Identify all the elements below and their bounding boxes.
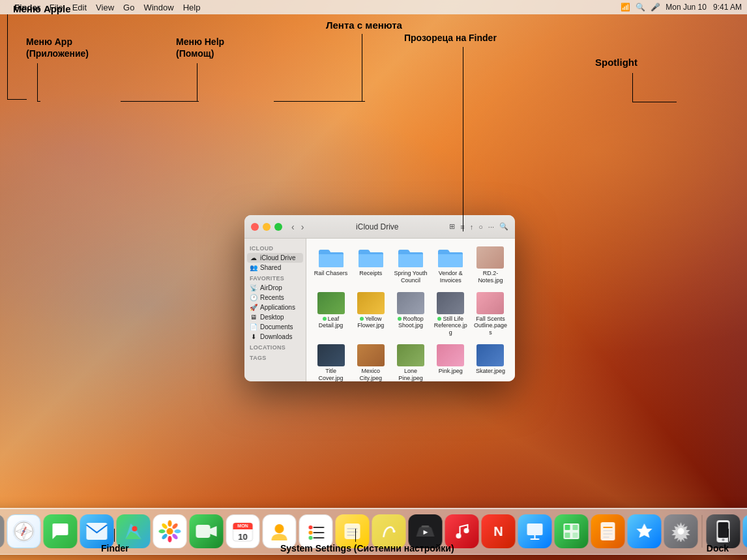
documents-icon: 📄 <box>250 323 257 331</box>
dock-app-notes[interactable] <box>336 514 370 548</box>
file-item-mexico-city[interactable]: Mexico City.jpeg <box>351 342 390 381</box>
sidebar-section-tags: Tags <box>244 352 306 362</box>
line-apple-menu <box>7 14 8 99</box>
menubar-file[interactable]: File <box>50 3 63 12</box>
dock-app-system-settings[interactable] <box>664 514 698 548</box>
image-thumbnail-skater <box>476 344 504 366</box>
svg-rect-59 <box>565 533 570 538</box>
list-view-btn[interactable]: ≡ <box>460 223 464 231</box>
line-menu-bar-h <box>274 101 365 102</box>
file-item-pink[interactable]: Pink.jpeg <box>432 342 470 381</box>
dock-app-facetime[interactable] <box>190 514 224 548</box>
sidebar-item-icloud-drive[interactable]: ☁ iCloud Drive <box>247 253 303 263</box>
menubar-finder[interactable]: Finder <box>14 3 40 12</box>
dock-app-reminders[interactable] <box>299 514 333 548</box>
dock-app-maps[interactable] <box>117 514 151 548</box>
file-item-receipts[interactable]: Receipts <box>351 244 390 287</box>
file-item-still-life[interactable]: Still Life Reference.jpg <box>432 289 470 339</box>
dock-app-freeform[interactable] <box>372 514 406 548</box>
svg-point-37 <box>309 525 313 529</box>
dock-app-iphone-mirroring[interactable] <box>707 514 740 548</box>
dock-app-news[interactable]: N <box>482 514 516 548</box>
file-name-title-cover: Title Cover.jpg <box>313 368 349 381</box>
forward-button[interactable]: › <box>300 222 306 232</box>
dock-app-iphone-circle[interactable] <box>743 514 748 548</box>
dock-app-appletv[interactable]: ▶ <box>409 514 443 548</box>
file-item-yellow-flower[interactable]: Yellow Flower.jpg <box>351 289 390 339</box>
more-btn[interactable]: ··· <box>488 223 494 231</box>
sidebar-downloads-label: Downloads <box>260 333 292 340</box>
dock-app-keynote[interactable] <box>518 514 552 548</box>
svg-rect-43 <box>345 523 360 539</box>
file-item-leaf-detail[interactable]: Leaf Detail.jpg <box>312 289 350 339</box>
file-name-vendor: Vendor & Invoices <box>433 270 469 284</box>
menubar-window[interactable]: Window <box>143 3 173 12</box>
view-icon-btn[interactable]: ⊞ <box>449 222 455 231</box>
finder-toolbar: ‹ › iCloud Drive ⊞ ≡ ↑ ○ ··· 🔍 <box>290 222 508 232</box>
annotation-spotlight: Spotlight <box>595 57 637 68</box>
file-name-still-life: Still Life Reference.jpg <box>433 316 469 336</box>
dock-app-pages[interactable] <box>591 514 625 548</box>
sidebar-item-airdrop[interactable]: 📡 AirDrop <box>244 283 306 293</box>
image-thumbnail-still-life <box>437 292 464 314</box>
traffic-lights <box>251 223 282 231</box>
file-item-vendor[interactable]: Vendor & Invoices <box>432 244 470 287</box>
dock-app-calendar[interactable]: 10 MON <box>226 514 260 548</box>
file-item-skater[interactable]: Skater.jpeg <box>471 342 510 381</box>
close-button[interactable] <box>251 223 259 231</box>
sidebar-desktop-label: Desktop <box>260 314 284 321</box>
file-item-rail-chasers[interactable]: Rail Chasers <box>312 244 350 287</box>
sidebar-item-recents[interactable]: 🕐 Recents <box>244 293 306 302</box>
file-item-spring-youth[interactable]: Spring Youth Council <box>391 244 430 287</box>
file-item-rooftop[interactable]: Rooftop Shoot.jpg <box>391 289 430 339</box>
dock-app-music[interactable] <box>445 514 479 548</box>
dock-app-appstore[interactable] <box>628 514 662 548</box>
file-name-fall-scents: Fall Scents Outline.pages <box>473 316 508 336</box>
spotlight-icon[interactable]: 🔍 <box>636 3 645 12</box>
dock-app-launchpad[interactable]: ⊞ <box>0 514 5 548</box>
sidebar-item-desktop[interactable]: 🖥 Desktop <box>244 312 306 322</box>
search-btn[interactable]: 🔍 <box>499 222 508 231</box>
notes-icon <box>342 521 363 542</box>
sidebar-recents-label: Recents <box>260 294 284 301</box>
maximize-button[interactable] <box>274 223 282 231</box>
dock-app-messages[interactable] <box>44 514 78 548</box>
sidebar-item-downloads[interactable]: ⬇ Downloads <box>244 332 306 342</box>
annotation-app-menu: Меню App(Приложение) <box>26 36 89 59</box>
siri-icon[interactable]: 🎤 <box>651 3 660 12</box>
menubar-help[interactable]: Help <box>183 3 201 12</box>
shared-icon: 👥 <box>250 264 257 271</box>
dock-app-safari[interactable] <box>7 514 41 548</box>
svg-text:N: N <box>493 524 503 538</box>
recents-icon: 🕐 <box>250 294 257 301</box>
menubar-view[interactable]: View <box>96 3 114 12</box>
minimize-button[interactable] <box>263 223 271 231</box>
menubar-go[interactable]: Go <box>123 3 134 12</box>
music-icon <box>452 522 472 541</box>
facetime-icon <box>196 522 218 540</box>
sidebar-item-shared[interactable]: 👥 Shared <box>244 263 306 273</box>
share-btn[interactable]: ↑ <box>470 223 474 231</box>
svg-rect-68 <box>718 522 729 538</box>
wifi-icon[interactable]: 📶 <box>621 3 630 12</box>
tag-btn[interactable]: ○ <box>478 223 483 231</box>
finder-window: ‹ › iCloud Drive ⊞ ≡ ↑ ○ ··· 🔍 iCloud ☁ <box>244 215 515 381</box>
menubar-edit[interactable]: Edit <box>72 3 87 12</box>
dock-app-photos[interactable] <box>153 514 187 548</box>
sidebar-item-applications[interactable]: 🚀 Applications <box>244 302 306 312</box>
file-item-lone-pine[interactable]: Lone Pine.jpeg <box>391 342 430 381</box>
freeform-icon <box>379 521 400 542</box>
svg-rect-48 <box>422 525 430 527</box>
dock-app-mail[interactable] <box>80 514 114 548</box>
back-button[interactable]: ‹ <box>290 222 296 232</box>
file-item-rd2-notes[interactable]: RD.2-Notes.jpg <box>471 244 510 287</box>
pages-icon <box>598 521 619 542</box>
file-name-yellow-flower: Yellow Flower.jpg <box>353 316 388 330</box>
dock-app-numbers[interactable] <box>555 514 589 548</box>
file-item-title-cover[interactable]: Title Cover.jpg <box>312 342 350 381</box>
sidebar-item-documents[interactable]: 📄 Documents <box>244 322 306 332</box>
file-item-fall-scents[interactable]: Fall Scents Outline.pages <box>471 289 510 339</box>
dock-app-contacts[interactable] <box>263 514 297 548</box>
svg-rect-60 <box>573 533 578 538</box>
folder-icon <box>357 246 385 269</box>
